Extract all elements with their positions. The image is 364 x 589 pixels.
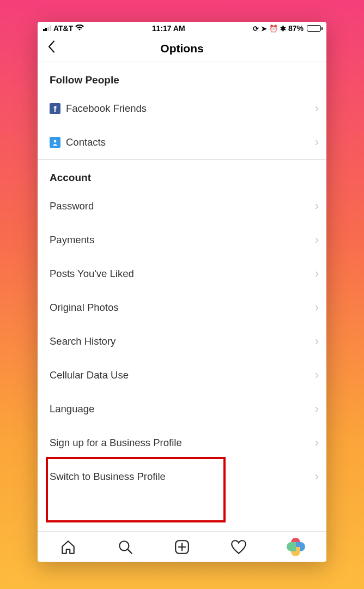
chevron-right-icon: › [315, 300, 319, 315]
svg-line-2 [128, 549, 132, 554]
chevron-right-icon: › [315, 436, 319, 450]
row-signup-business[interactable]: Sign up for a Business Profile › [38, 426, 326, 460]
row-label: Search History [50, 335, 315, 347]
back-button[interactable] [43, 38, 60, 59]
row-label: Posts You've Liked [50, 268, 315, 280]
chevron-right-icon: › [315, 402, 319, 416]
chevron-right-icon: › [315, 233, 319, 247]
page-title: Options [160, 42, 203, 55]
chevron-left-icon [47, 40, 56, 53]
rotation-lock-icon: ⟳ [253, 25, 259, 33]
location-icon: ➤ [261, 25, 267, 33]
heart-icon [230, 539, 247, 555]
row-facebook-friends[interactable]: f Facebook Friends › [38, 92, 326, 125]
svg-point-0 [54, 140, 57, 143]
chevron-right-icon: › [315, 199, 319, 213]
tab-profile[interactable] [268, 532, 324, 562]
status-bar: AT&T 11:17 AM ⟳ ➤ ⏰ ✱ 87% [38, 22, 326, 35]
row-language[interactable]: Language › [38, 392, 326, 426]
battery-pct: 87% [288, 24, 304, 33]
row-label: Payments [50, 234, 315, 246]
chevron-right-icon: › [315, 368, 319, 382]
phone-frame: AT&T 11:17 AM ⟳ ➤ ⏰ ✱ 87% Options Follow… [38, 22, 326, 562]
tab-search[interactable] [96, 532, 153, 562]
row-search-history[interactable]: Search History › [38, 324, 326, 358]
carrier-label: AT&T [53, 24, 73, 33]
row-original-photos[interactable]: Original Photos › [38, 291, 326, 324]
chevron-right-icon: › [315, 101, 319, 116]
alarm-icon: ⏰ [269, 25, 278, 33]
status-left: AT&T [43, 24, 84, 33]
section-header-account: Account [38, 160, 326, 189]
row-label: Facebook Friends [66, 103, 315, 115]
chevron-right-icon: › [315, 334, 319, 348]
row-password[interactable]: Password › [38, 189, 326, 223]
row-payments[interactable]: Payments › [38, 223, 326, 257]
status-time: 11:17 AM [152, 24, 185, 33]
add-post-icon [174, 539, 190, 555]
row-label: Switch to Business Profile [50, 471, 315, 483]
profile-icon [287, 538, 305, 556]
facebook-icon: f [50, 103, 60, 114]
tab-add[interactable] [154, 532, 210, 562]
row-label: Original Photos [50, 302, 315, 314]
section-header-follow: Follow People [38, 62, 326, 92]
bluetooth-icon: ✱ [280, 25, 286, 33]
row-label: Language [50, 403, 315, 415]
row-contacts[interactable]: Contacts › [38, 125, 326, 159]
contacts-icon [50, 137, 60, 148]
row-posts-liked[interactable]: Posts You've Liked › [38, 257, 326, 291]
signal-icon [43, 26, 51, 31]
chevron-right-icon: › [315, 267, 319, 281]
wifi-icon [75, 24, 84, 33]
content-scroll[interactable]: Follow People f Facebook Friends › Conta… [38, 62, 326, 531]
chevron-right-icon: › [315, 470, 319, 484]
status-right: ⟳ ➤ ⏰ ✱ 87% [253, 24, 321, 33]
row-label: Sign up for a Business Profile [50, 437, 315, 449]
tab-activity[interactable] [210, 532, 267, 562]
home-icon [60, 539, 76, 555]
row-switch-business[interactable]: Switch to Business Profile › [38, 460, 326, 494]
nav-header: Options [38, 35, 326, 62]
row-label: Cellular Data Use [50, 369, 315, 381]
search-icon [117, 539, 134, 555]
battery-icon [307, 25, 321, 32]
tab-bar [38, 531, 326, 562]
row-label: Contacts [66, 136, 315, 148]
tab-home[interactable] [40, 532, 96, 562]
row-cellular-data[interactable]: Cellular Data Use › [38, 358, 326, 392]
chevron-right-icon: › [315, 135, 319, 149]
row-label: Password [50, 200, 315, 212]
